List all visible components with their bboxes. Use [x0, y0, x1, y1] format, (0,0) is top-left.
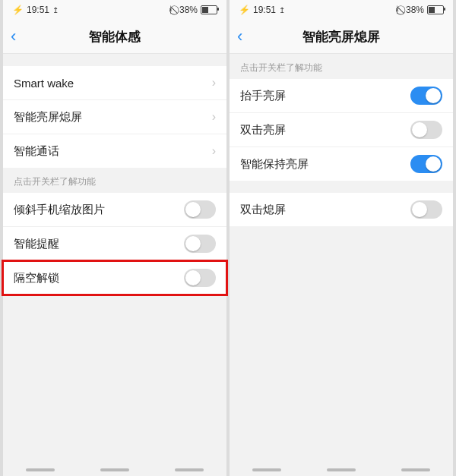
toggle-double-tap-sleep[interactable] — [410, 200, 442, 219]
phone-left: ⚡ 19:51 ↥ ᚼ ⃠ 38% ‹ 智能体感 Smart wake › 智能… — [3, 0, 226, 476]
nav-back-pill[interactable] — [252, 468, 281, 471]
nav-back-pill[interactable] — [26, 468, 55, 471]
nav-home-pill[interactable] — [100, 468, 129, 471]
toggle-group-2: 双击熄屏 — [230, 193, 453, 226]
row-label: 双击熄屏 — [240, 203, 286, 217]
status-bar: ⚡ 19:51 ↥ ᚼ ⃠ 38% — [230, 0, 453, 20]
toggle-smart-remind[interactable] — [184, 235, 216, 253]
battery-charging-icon: ⚡ — [12, 5, 24, 15]
row-double-tap-wake[interactable]: 双击亮屏 — [230, 113, 453, 147]
upload-icon: ↥ — [52, 6, 59, 14]
system-nav-bar — [3, 468, 226, 471]
row-label: 双击亮屏 — [240, 123, 286, 137]
battery-charging-icon: ⚡ — [239, 5, 250, 15]
status-bar: ⚡ 19:51 ↥ ᚼ ⃠ 38% — [3, 0, 226, 20]
toggle-group: 倾斜手机缩放图片 智能提醒 隔空解锁 — [3, 193, 226, 295]
battery-icon — [427, 5, 444, 14]
row-smart-keep-on[interactable]: 智能保持亮屏 — [230, 147, 453, 181]
row-label: 抬手亮屏 — [240, 89, 286, 103]
row-raise-to-wake[interactable]: 抬手亮屏 — [230, 79, 453, 113]
row-label: 隔空解锁 — [14, 271, 59, 285]
nav-bar: ‹ 智能体感 — [3, 20, 226, 54]
upload-icon: ↥ — [279, 6, 285, 14]
status-time: 19:51 — [27, 5, 49, 15]
phone-right: ⚡ 19:51 ↥ ᚼ ⃠ 38% ‹ 智能亮屏熄屏 点击开关栏了解功能 抬手亮… — [230, 0, 453, 476]
row-double-tap-sleep[interactable]: 双击熄屏 — [230, 193, 453, 226]
row-smart-remind[interactable]: 智能提醒 — [3, 227, 226, 261]
page-title: 智能体感 — [3, 28, 226, 46]
nav-bar: ‹ 智能亮屏熄屏 — [230, 20, 453, 54]
chevron-right-icon: › — [212, 76, 216, 90]
back-button[interactable]: ‹ — [237, 28, 242, 45]
bluetooth-icon: ᚼ — [394, 5, 400, 15]
battery-percent: 38% — [179, 5, 198, 15]
system-nav-bar — [230, 468, 453, 471]
toggle-smart-keep-on[interactable] — [410, 155, 442, 173]
screenshot-stage: ⚡ 19:51 ↥ ᚼ ⃠ 38% ‹ 智能体感 Smart wake › 智能… — [0, 0, 456, 476]
nav-home-pill[interactable] — [327, 468, 356, 471]
row-label: 倾斜手机缩放图片 — [14, 203, 105, 217]
chevron-right-icon: › — [212, 144, 216, 158]
back-button[interactable]: ‹ — [11, 28, 16, 45]
nav-recent-pill[interactable] — [401, 468, 430, 471]
toggle-raise-to-wake[interactable] — [410, 87, 442, 105]
nav-group: Smart wake › 智能亮屏熄屏 › 智能通话 › — [3, 66, 226, 168]
row-tilt-zoom[interactable]: 倾斜手机缩放图片 — [3, 193, 226, 227]
toggle-tilt-zoom[interactable] — [184, 200, 216, 219]
section-hint: 点击开关栏了解功能 — [3, 168, 226, 193]
section-hint: 点击开关栏了解功能 — [230, 54, 453, 79]
bluetooth-icon: ᚼ — [168, 5, 173, 15]
nav-recent-pill[interactable] — [175, 468, 204, 471]
toggle-air-unlock[interactable] — [184, 269, 216, 287]
chevron-right-icon: › — [212, 110, 216, 124]
status-time: 19:51 — [253, 5, 276, 15]
battery-icon — [201, 5, 217, 14]
toggle-group-1: 抬手亮屏 双击亮屏 智能保持亮屏 — [230, 79, 453, 181]
page-title: 智能亮屏熄屏 — [230, 28, 453, 46]
battery-percent: 38% — [406, 5, 424, 15]
row-label: 智能保持亮屏 — [240, 157, 309, 172]
row-label: Smart wake — [14, 77, 74, 90]
row-air-unlock[interactable]: 隔空解锁 — [3, 261, 226, 295]
row-smart-call[interactable]: 智能通话 › — [3, 134, 226, 168]
row-label: 智能亮屏熄屏 — [14, 110, 82, 125]
row-label: 智能通话 — [14, 144, 59, 159]
row-smart-screen[interactable]: 智能亮屏熄屏 › — [3, 100, 226, 134]
row-label: 智能提醒 — [14, 237, 59, 251]
toggle-double-tap-wake[interactable] — [410, 121, 442, 139]
row-smart-wake[interactable]: Smart wake › — [3, 66, 226, 100]
